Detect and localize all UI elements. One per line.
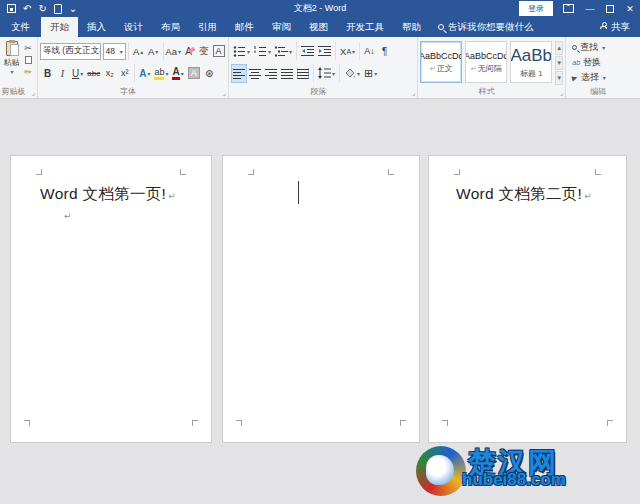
tab-file[interactable]: 文件 xyxy=(0,17,41,37)
clipboard-group-label: 剪贴板 xyxy=(0,86,27,97)
line-spacing-icon xyxy=(318,67,331,79)
page-3[interactable]: Word 文档第二页!↵ xyxy=(428,155,627,443)
font-name-combobox[interactable]: 等线 (西文正文 ▾ xyxy=(40,43,101,60)
styles-gallery-expand[interactable]: ▼ xyxy=(555,71,563,85)
phonetic-guide-button[interactable]: 变 xyxy=(196,42,211,61)
underline-button[interactable]: U▾ xyxy=(70,64,85,83)
find-button[interactable]: 查找 ▾ xyxy=(572,40,638,55)
page-2[interactable] xyxy=(222,155,420,443)
styles-group: AaBbCcDd ↵正文 AaBbCcDd ↵无间隔 AaBb 标题 1 ▲ ▼… xyxy=(418,37,566,98)
font-group-label: 字体 xyxy=(38,86,218,97)
align-center-button[interactable] xyxy=(247,64,263,83)
distribute-button[interactable] xyxy=(295,64,311,83)
sort-button[interactable]: A↓ xyxy=(362,42,377,61)
bold-button[interactable]: B xyxy=(40,64,55,83)
multilevel-list-button[interactable]: ▾ xyxy=(273,42,294,61)
close-button[interactable]: ✕ xyxy=(624,4,636,14)
align-right-button[interactable] xyxy=(263,64,279,83)
tab-view[interactable]: 视图 xyxy=(300,17,337,37)
page-1-text[interactable]: Word 文档第一页!↵ xyxy=(40,184,176,205)
numbering-button[interactable]: ▾ xyxy=(252,42,273,61)
tab-layout[interactable]: 布局 xyxy=(152,17,189,37)
styles-scroll-up[interactable]: ▲ xyxy=(555,41,563,55)
copy-icon[interactable] xyxy=(21,54,35,65)
save-icon[interactable] xyxy=(7,4,16,13)
subscript-button[interactable]: x₂ xyxy=(102,64,117,83)
copy-pages-icon xyxy=(25,56,32,64)
share-button[interactable]: 共享 xyxy=(590,17,640,37)
replace-button[interactable]: ab 替换 xyxy=(572,55,638,70)
tab-insert[interactable]: 插入 xyxy=(78,17,115,37)
find-label: 查找 xyxy=(580,41,598,54)
cut-icon[interactable]: ✂ xyxy=(21,42,35,53)
style-preview: AaBbCcDd xyxy=(420,51,462,61)
font-size-combobox[interactable]: 48 ▾ xyxy=(103,43,126,60)
italic-button[interactable]: I xyxy=(55,64,70,83)
maximize-button[interactable] xyxy=(606,5,614,13)
shrink-font-button[interactable]: A▾ xyxy=(146,42,161,61)
enclose-characters-button[interactable]: ⊛ xyxy=(202,64,217,83)
clear-formatting-button[interactable]: A xyxy=(181,42,196,61)
shading-button[interactable]: ▾ xyxy=(342,64,362,83)
character-shading-button[interactable]: A xyxy=(186,64,202,83)
ribbon-display-options-icon[interactable] xyxy=(563,4,574,13)
paste-button[interactable]: 粘贴 ▾ xyxy=(2,40,21,85)
font-dialog-launcher[interactable]: ⌟ xyxy=(223,89,226,97)
bullet-list-icon xyxy=(233,45,246,57)
justify-button[interactable] xyxy=(279,64,295,83)
page-3-text[interactable]: Word 文档第二页!↵ xyxy=(456,184,592,205)
customize-qat-icon[interactable]: ⌄ xyxy=(69,4,76,14)
tab-design[interactable]: 设计 xyxy=(115,17,152,37)
tab-review[interactable]: 审阅 xyxy=(263,17,300,37)
site-watermark: 楚汉网 hubei88.com xyxy=(416,444,616,502)
clipboard-dialog-launcher[interactable]: ⌟ xyxy=(32,89,35,97)
bullets-button[interactable]: ▾ xyxy=(231,42,252,61)
styles-dialog-launcher[interactable]: ⌟ xyxy=(560,89,563,97)
asian-layout-button[interactable]: XA▾ xyxy=(338,42,357,61)
increase-indent-button[interactable] xyxy=(316,42,333,61)
undo-icon[interactable]: ↶ xyxy=(23,4,31,14)
font-color-button[interactable]: A▾ xyxy=(170,64,185,83)
crop-mark-icon xyxy=(180,169,186,175)
redo-icon[interactable]: ↻ xyxy=(38,4,46,14)
borders-button[interactable]: ⊞▾ xyxy=(362,64,379,83)
tab-developer[interactable]: 开发工具 xyxy=(337,17,393,37)
paste-label: 粘贴 xyxy=(4,57,20,68)
sign-in-button[interactable]: 登录 xyxy=(519,1,553,16)
paint-bucket-icon xyxy=(344,67,356,79)
grow-font-button[interactable]: A▴ xyxy=(131,42,146,61)
tab-help[interactable]: 帮助 xyxy=(393,17,430,37)
show-hide-marks-button[interactable]: ¶ xyxy=(377,42,392,61)
superscript-button[interactable]: x² xyxy=(117,64,132,83)
tab-references[interactable]: 引用 xyxy=(189,17,226,37)
crop-mark-icon xyxy=(248,169,254,175)
format-painter-icon[interactable]: ✏ xyxy=(21,66,35,77)
change-case-button[interactable]: Aa▾ xyxy=(165,42,181,61)
editing-group: 查找 ▾ ab 替换 ▶ 选择 ▾ 编辑 xyxy=(566,37,640,98)
text-highlight-button[interactable]: ab▾ xyxy=(152,64,170,83)
crop-mark-icon xyxy=(192,420,198,426)
page-1[interactable]: Word 文档第一页!↵ ↵ xyxy=(10,155,212,443)
paragraph-mark-icon: ↵ xyxy=(584,191,592,201)
strikethrough-button[interactable]: abc xyxy=(85,64,102,83)
crop-mark-icon xyxy=(400,420,406,426)
character-border-button[interactable]: A xyxy=(211,42,226,61)
select-button[interactable]: ▶ 选择 ▾ xyxy=(572,70,638,85)
line-spacing-button[interactable]: ▾ xyxy=(316,64,337,83)
tab-home[interactable]: 开始 xyxy=(41,17,78,37)
paragraph-dialog-launcher[interactable]: ⌟ xyxy=(412,89,415,97)
document-area[interactable]: Word 文档第一页!↵ ↵ Word 文档第二页!↵ 楚汉网 hubei88.… xyxy=(0,99,640,504)
style-normal[interactable]: AaBbCcDd ↵正文 xyxy=(420,41,462,83)
minimize-button[interactable]: — xyxy=(584,4,596,14)
decrease-indent-button[interactable] xyxy=(299,42,316,61)
ribbon: 粘贴 ▾ ✂ ✏ 剪贴板 ⌟ 等线 (西文正文 ▾ 48 ▾ xyxy=(0,37,640,99)
style-heading1[interactable]: AaBb 标题 1 xyxy=(510,41,552,83)
align-left-button[interactable] xyxy=(231,64,247,83)
style-no-spacing[interactable]: AaBbCcDd ↵无间隔 xyxy=(465,41,507,83)
tab-mailings[interactable]: 邮件 xyxy=(226,17,263,37)
styles-scroll-down[interactable]: ▼ xyxy=(555,56,563,70)
text-effects-button[interactable]: A▾ xyxy=(137,64,152,83)
tell-me-box[interactable]: 告诉我你想要做什么 xyxy=(430,17,542,37)
paste-dropdown-icon[interactable]: ▾ xyxy=(10,68,13,75)
new-document-icon[interactable] xyxy=(54,4,62,14)
